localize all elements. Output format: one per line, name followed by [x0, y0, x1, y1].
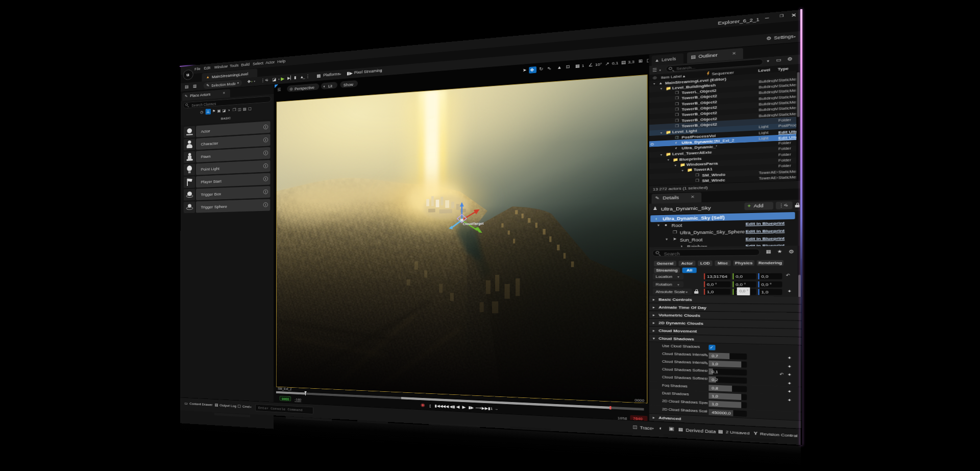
svg-text:CloudTarget: CloudTarget [463, 222, 484, 226]
